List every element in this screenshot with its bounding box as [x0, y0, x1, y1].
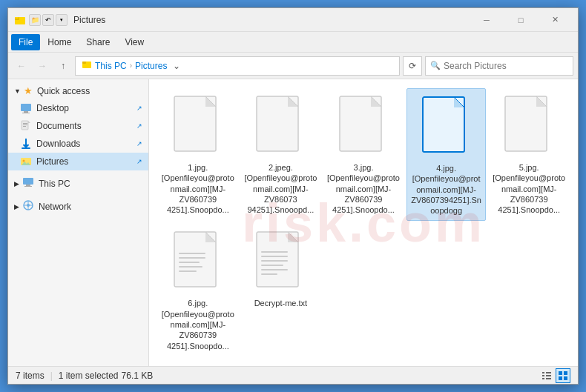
svg-rect-4 — [82, 62, 86, 64]
path-segment-pictures[interactable]: Pictures — [135, 61, 167, 71]
window-controls: ─ □ ✕ — [470, 8, 572, 32]
svg-rect-64 — [546, 378, 551, 379]
network-chevron: ▶ — [14, 203, 19, 210]
svg-rect-49 — [179, 270, 197, 272]
file-name-6: 6.jpg.[Openfileyou@protonmail.com][MJ-ZV… — [161, 298, 235, 351]
network-label: Network — [39, 202, 71, 212]
quick-access-header[interactable]: ▼ ★ Quick access — [8, 82, 148, 99]
file-name-7: Decrypt-me.txt — [254, 298, 308, 308]
svg-rect-66 — [564, 371, 567, 375]
sidebar-item-desktop[interactable]: Desktop ↗ — [8, 99, 148, 117]
list-view-button[interactable] — [539, 368, 554, 383]
svg-rect-48 — [179, 266, 203, 268]
downloads-pin-icon: ↗ — [136, 140, 142, 147]
documents-label: Documents — [36, 121, 82, 131]
pictures-label: Pictures — [36, 156, 68, 167]
address-dropdown-arrow[interactable]: ⌄ — [173, 61, 180, 71]
back-button[interactable]: ← — [13, 57, 30, 75]
svg-rect-2 — [15, 17, 19, 19]
svg-rect-67 — [559, 376, 562, 380]
file-name-3: 3.jpg.[Openfileyou@protonmail.com][MJ-ZV… — [326, 162, 401, 215]
svg-marker-9 — [28, 121, 30, 123]
file-icon-6 — [168, 228, 228, 295]
file-item-6[interactable]: 6.jpg.[Openfileyou@protonmail.com][MJ-ZV… — [158, 224, 238, 355]
quick-access-toolbar: 📁 ↶ ▾ — [29, 14, 68, 26]
file-item-2[interactable]: 2.jpeg.[Openfileyou@protonmail.com][MJ-Z… — [241, 88, 321, 221]
this-pc-label: This PC — [39, 179, 70, 189]
svg-rect-68 — [564, 376, 567, 380]
menu-view[interactable]: View — [117, 34, 151, 50]
svg-rect-45 — [179, 253, 205, 254]
quick-access-star-icon: ★ — [24, 85, 33, 96]
explorer-window: 📁 ↶ ▾ Pictures ─ □ ✕ File Home Share Vie… — [7, 7, 579, 385]
menu-bar: File Home Share View — [8, 32, 578, 53]
svg-rect-55 — [261, 260, 288, 262]
file-item-3[interactable]: 3.jpg.[Openfileyou@protonmail.com][MJ-ZV… — [323, 88, 404, 221]
close-button[interactable]: ✕ — [538, 8, 572, 32]
sidebar-item-documents[interactable]: Documents ↗ — [8, 117, 148, 135]
main-area: ▼ ★ Quick access Desktop ↗ — [8, 79, 578, 366]
file-item-7[interactable]: Decrypt-me.txt — [241, 224, 321, 355]
svg-rect-11 — [23, 124, 27, 125]
minimize-button[interactable]: ─ — [470, 8, 504, 32]
dropdown-button[interactable]: ▾ — [56, 14, 68, 26]
svg-rect-22 — [24, 186, 32, 187]
address-bar: ← → ↑ This PC › Pictures ⌄ ⟳ 🔍 — [8, 53, 578, 79]
svg-rect-47 — [179, 262, 200, 263]
svg-rect-12 — [23, 126, 26, 127]
svg-rect-59 — [542, 372, 544, 373]
status-separator-1: | — [50, 371, 53, 381]
sidebar-item-downloads[interactable]: Downloads ↗ — [8, 135, 148, 153]
menu-share[interactable]: Share — [79, 34, 117, 50]
file-icon-7 — [251, 228, 310, 295]
pin-button[interactable]: 📁 — [29, 14, 41, 26]
file-icon-4 — [417, 93, 476, 160]
svg-rect-62 — [546, 375, 551, 376]
view-buttons — [539, 368, 570, 383]
file-item-5[interactable]: 5.jpg.[Openfileyou@protonmail.com][MJ-ZV… — [489, 88, 569, 221]
svg-rect-21 — [26, 185, 30, 186]
this-pc-header[interactable]: ▶ This PC — [8, 173, 148, 193]
file-icon-1 — [168, 93, 228, 159]
network-header[interactable]: ▶ Network — [8, 196, 148, 216]
this-pc-chevron: ▶ — [14, 180, 19, 187]
file-icon-3 — [334, 93, 393, 159]
svg-rect-56 — [261, 265, 283, 266]
address-input[interactable]: This PC › Pictures ⌄ — [75, 56, 400, 76]
title-bar: 📁 ↶ ▾ Pictures ─ □ ✕ — [8, 8, 578, 32]
menu-home[interactable]: Home — [40, 34, 79, 50]
menu-file[interactable]: File — [11, 34, 40, 50]
refresh-button[interactable]: ⟳ — [403, 56, 422, 76]
undo-button[interactable]: ↶ — [42, 14, 54, 26]
status-bar: 7 items | 1 item selected 76.1 KB — [8, 366, 578, 384]
selected-count: 1 item selected — [59, 371, 119, 381]
quick-access-section: ▼ ★ Quick access Desktop ↗ — [8, 82, 148, 170]
forward-button[interactable]: → — [33, 57, 51, 75]
svg-rect-16 — [22, 147, 30, 149]
file-item-4[interactable]: 4.jpg.[Openfileyou@protonmail.com][MJ-ZV… — [406, 88, 487, 221]
quick-access-label: Quick access — [37, 86, 90, 96]
network-section: ▶ Network — [8, 196, 148, 216]
svg-rect-46 — [179, 257, 205, 259]
maximize-button[interactable]: □ — [504, 8, 538, 32]
sidebar-item-pictures[interactable]: Pictures ↗ — [8, 153, 148, 170]
svg-rect-53 — [261, 251, 288, 253]
svg-rect-20 — [23, 178, 33, 185]
file-name-5: 5.jpg.[Openfileyou@protonmail.com][MJ-ZV… — [492, 162, 566, 215]
svg-rect-54 — [261, 256, 288, 257]
svg-rect-57 — [261, 269, 288, 270]
svg-rect-65 — [559, 371, 562, 375]
search-box[interactable]: 🔍 — [425, 56, 573, 76]
search-input[interactable] — [444, 61, 568, 71]
file-item-1[interactable]: 1.jpg.[Openfileyou@protonmail.com][MJ-ZV… — [158, 88, 238, 221]
svg-rect-7 — [22, 113, 30, 113]
desktop-icon — [20, 102, 32, 114]
file-name-1: 1.jpg.[Openfileyou@protonmail.com][MJ-ZV… — [161, 162, 235, 215]
this-pc-section: ▶ This PC — [8, 173, 148, 193]
path-segment-this-pc[interactable]: This PC — [95, 61, 127, 71]
window-icon — [14, 14, 26, 26]
large-icons-view-button[interactable] — [556, 368, 570, 383]
documents-icon — [20, 120, 32, 132]
up-button[interactable]: ↑ — [54, 57, 72, 75]
desktop-pin-icon: ↗ — [136, 104, 142, 112]
